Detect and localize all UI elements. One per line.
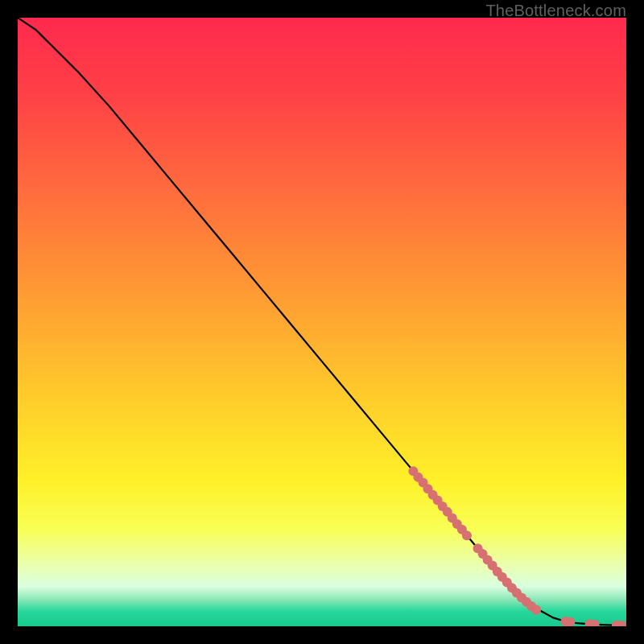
- marker-group: [408, 466, 626, 626]
- plot-area: [18, 18, 626, 626]
- chart-svg: [18, 18, 626, 626]
- data-marker: [531, 605, 541, 615]
- chart-frame: TheBottleneck.com: [0, 0, 644, 644]
- data-marker: [462, 530, 472, 540]
- bottleneck-curve: [18, 18, 626, 625]
